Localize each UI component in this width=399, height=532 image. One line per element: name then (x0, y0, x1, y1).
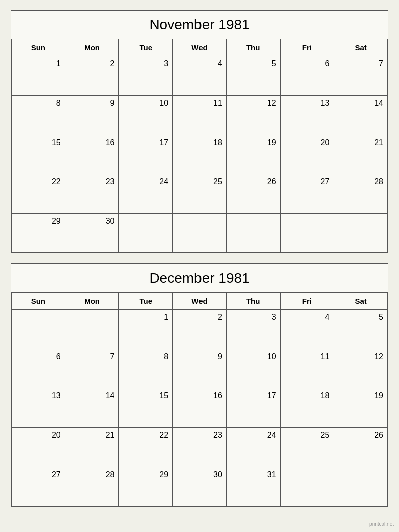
table-row: 8 (119, 349, 173, 388)
table-row: 2 (65, 56, 119, 96)
table-row: 22 (119, 428, 173, 467)
table-row: 13 (12, 388, 65, 428)
table-row: 7 (65, 349, 119, 388)
header-wed: Wed (173, 39, 227, 56)
header-sun: Sun (12, 39, 65, 56)
header-thu: Thu (227, 39, 281, 56)
table-row: 27 (12, 467, 65, 506)
table-row: 6 (281, 56, 335, 96)
header-fri: Fri (281, 293, 335, 310)
table-row (227, 214, 281, 253)
table-row: 29 (119, 467, 173, 506)
table-row: 11 (173, 96, 227, 135)
table-row: 2 (173, 310, 227, 349)
table-row: 31 (227, 467, 281, 506)
table-row: 23 (173, 428, 227, 467)
table-row (334, 467, 388, 506)
table-row: 20 (12, 428, 65, 467)
table-row: 25 (281, 428, 335, 467)
header-sun: Sun (12, 293, 65, 310)
table-row (281, 214, 335, 253)
december-calendar: December 1981 Sun Mon Tue Wed Thu Fri Sa… (11, 263, 388, 507)
table-row: 28 (334, 174, 388, 214)
header-sat: Sat (334, 293, 388, 310)
table-row: 22 (12, 174, 65, 214)
table-row: 3 (227, 310, 281, 349)
table-row (173, 214, 227, 253)
table-row (119, 214, 173, 253)
header-mon: Mon (65, 293, 119, 310)
table-row (12, 310, 65, 349)
table-row: 12 (334, 349, 388, 388)
header-sat: Sat (334, 39, 388, 56)
table-row: 13 (281, 96, 335, 135)
table-row: 17 (227, 388, 281, 428)
header-tue: Tue (119, 293, 173, 310)
header-wed: Wed (173, 293, 227, 310)
table-row: 29 (12, 214, 65, 253)
table-row: 16 (65, 135, 119, 174)
table-row: 28 (65, 467, 119, 506)
table-row: 18 (281, 388, 335, 428)
table-row: 10 (227, 349, 281, 388)
table-row: 25 (173, 174, 227, 214)
table-row: 9 (65, 96, 119, 135)
table-row: 19 (227, 135, 281, 174)
table-row: 4 (281, 310, 335, 349)
november-title: November 1981 (11, 11, 388, 39)
table-row: 24 (227, 428, 281, 467)
table-row: 24 (119, 174, 173, 214)
table-row: 1 (12, 56, 65, 96)
table-row (65, 310, 119, 349)
header-fri: Fri (281, 39, 335, 56)
table-row: 9 (173, 349, 227, 388)
table-row: 14 (334, 96, 388, 135)
table-row: 7 (334, 56, 388, 96)
table-row: 5 (227, 56, 281, 96)
header-mon: Mon (65, 39, 119, 56)
table-row: 30 (173, 467, 227, 506)
table-row: 16 (173, 388, 227, 428)
table-row: 27 (281, 174, 335, 214)
table-row: 5 (334, 310, 388, 349)
table-row: 21 (334, 135, 388, 174)
table-row (334, 214, 388, 253)
table-row: 1 (119, 310, 173, 349)
december-grid: Sun Mon Tue Wed Thu Fri Sat 1 2 3 4 5 6 … (11, 293, 388, 506)
table-row: 10 (119, 96, 173, 135)
table-row: 19 (334, 388, 388, 428)
table-row: 23 (65, 174, 119, 214)
table-row: 3 (119, 56, 173, 96)
table-row: 30 (65, 214, 119, 253)
table-row: 17 (119, 135, 173, 174)
table-row: 15 (12, 135, 65, 174)
table-row: 12 (227, 96, 281, 135)
table-row: 8 (12, 96, 65, 135)
table-row: 20 (281, 135, 335, 174)
header-tue: Tue (119, 39, 173, 56)
november-calendar: November 1981 Sun Mon Tue Wed Thu Fri Sa… (11, 10, 388, 253)
table-row: 26 (334, 428, 388, 467)
table-row: 14 (65, 388, 119, 428)
header-thu: Thu (227, 293, 281, 310)
table-row: 4 (173, 56, 227, 96)
november-grid: Sun Mon Tue Wed Thu Fri Sat 1 2 3 4 5 6 … (11, 39, 388, 253)
table-row: 6 (12, 349, 65, 388)
table-row (281, 467, 335, 506)
table-row: 18 (173, 135, 227, 174)
december-title: December 1981 (11, 264, 388, 293)
table-row: 11 (281, 349, 335, 388)
watermark: printcal.net (369, 521, 394, 527)
table-row: 15 (119, 388, 173, 428)
table-row: 26 (227, 174, 281, 214)
table-row: 21 (65, 428, 119, 467)
